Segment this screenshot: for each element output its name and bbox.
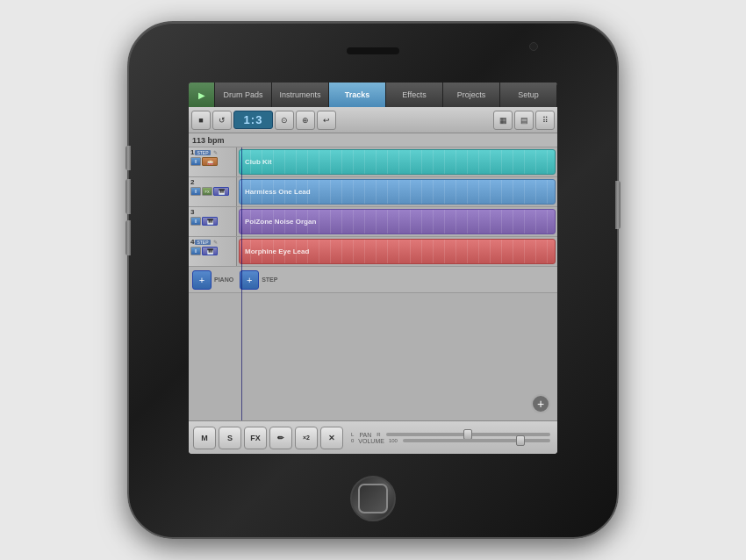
mute-button[interactable]: M (193, 427, 216, 449)
delete-button[interactable]: ✕ (320, 427, 343, 449)
tab-drum-pads[interactable]: Drum Pads (215, 83, 272, 107)
track-3-lane[interactable]: PoiZone Noise Organ (237, 207, 557, 236)
toolbar: ■ ↺ 1:3 ⊙ ⊕ ↩ ▦ (189, 107, 557, 133)
track-row: 4 STEP ✎ II 🎹 Morphine Eye Lead (189, 237, 557, 267)
phone-shell: ▶ Drum Pads Instruments Tracks Effects P… (127, 21, 619, 539)
tracks-area: 1 STEP ✎ II 🥁 Club Kit (189, 147, 557, 420)
nav-bar: ▶ Drum Pads Instruments Tracks Effects P… (189, 83, 557, 107)
fx-label: FX (250, 434, 261, 442)
zoom-button[interactable]: ⊕ (296, 111, 315, 130)
track-2-fx-btn[interactable]: FX (202, 187, 212, 196)
bpm-bar: 113 bpm (189, 133, 557, 147)
mute-button[interactable] (126, 146, 131, 170)
vol-max-label: 100 (389, 438, 398, 443)
bottom-toolbar: M S FX ✏ ×2 ✕ (189, 420, 557, 454)
track-2-name: Harmless One Lead (245, 188, 311, 196)
track-4-edit-icon: ✎ (213, 239, 218, 245)
vol-label: VOLUME (358, 438, 384, 444)
pan-volume-section: L PAN R 0 VOLUME 100 (351, 432, 553, 444)
tab-projects[interactable]: Projects (443, 83, 500, 107)
track-4-type: STEP (195, 240, 210, 245)
track-4-name: Morphine Eye Lead (245, 248, 309, 255)
vol-slider-track[interactable] (403, 439, 550, 442)
add-piano-button[interactable]: + (192, 270, 212, 290)
track-1-block: Club Kit (239, 149, 556, 175)
track-3-mute-btn[interactable]: II (190, 217, 201, 226)
tab-setup[interactable]: Setup (500, 83, 557, 107)
track-3-instrument-btn[interactable]: 🎹 (202, 217, 218, 226)
zoom-icon: ⊕ (302, 116, 309, 125)
track-3-number: 3 (190, 208, 194, 216)
track-row: 2 II FX 🎹 Harmless One Lead (189, 177, 557, 207)
track-1-name: Club Kit (245, 158, 272, 166)
track-2-mute-btn[interactable]: II (190, 187, 201, 196)
track-2-instrument-btn[interactable]: 🎹 (213, 187, 229, 196)
record-button[interactable]: ⊙ (275, 111, 294, 130)
speaker-top (347, 47, 399, 54)
stop-icon: ■ (198, 116, 203, 125)
track-2-lane[interactable]: Harmless One Lead (237, 177, 557, 206)
tab-instruments[interactable]: Instruments (272, 83, 329, 107)
track-1-mute-btn[interactable]: II (190, 157, 201, 166)
add-piano-icon: + (199, 275, 204, 285)
solo-label: S (227, 434, 233, 442)
track-2-number: 2 (190, 178, 194, 186)
track-4-controls: 4 STEP ✎ II 🎹 (189, 237, 237, 266)
screen-bezel: ▶ Drum Pads Instruments Tracks Effects P… (189, 83, 557, 454)
track-4-block: Morphine Eye Lead (239, 239, 556, 264)
app-ui: ▶ Drum Pads Instruments Tracks Effects P… (189, 83, 557, 454)
play-icon: ▶ (198, 90, 205, 100)
delete-icon: ✕ (328, 434, 335, 442)
add-step-button[interactable]: + (240, 270, 259, 290)
pencil-button[interactable]: ✏ (269, 427, 292, 449)
vol-up-button[interactable] (126, 179, 131, 214)
grid3-icon: ⠿ (542, 116, 549, 125)
add-step-icon: + (247, 275, 252, 285)
tab-tracks[interactable]: Tracks (329, 83, 386, 107)
track-4-lane[interactable]: Morphine Eye Lead (237, 237, 557, 266)
undo-button[interactable]: ↩ (317, 111, 336, 130)
home-button-inner (358, 484, 388, 513)
add-step-label: STEP (262, 276, 277, 283)
track-4-number: 4 (190, 238, 194, 246)
stop-button[interactable]: ■ (191, 111, 211, 130)
track-1-instrument-btn[interactable]: 🥁 (202, 157, 218, 166)
solo-button[interactable]: S (219, 427, 241, 449)
vol-min-label: 0 (351, 438, 354, 443)
grid1-icon: ▦ (499, 116, 507, 125)
track-row: 3 II 🎹 PoiZone Noise Organ (189, 207, 557, 237)
track-1-number: 1 (190, 148, 194, 156)
play-button[interactable]: ▶ (189, 83, 215, 107)
pan-left-label: L (351, 432, 354, 437)
track-1-lane[interactable]: Club Kit (237, 147, 557, 176)
clone-button[interactable]: ×2 (295, 427, 318, 449)
add-track-row: + PIANO + STEP (189, 267, 557, 293)
pan-slider-track[interactable] (386, 433, 550, 436)
tab-effects[interactable]: Effects (386, 83, 443, 107)
undo-icon: ↩ (323, 116, 330, 125)
grid3-button[interactable]: ⠿ (535, 111, 555, 130)
add-piano-label: PIANO (214, 276, 233, 283)
loop-icon: ↺ (219, 116, 226, 125)
loop-button[interactable]: ↺ (212, 111, 232, 130)
fx-button[interactable]: FX (244, 427, 267, 449)
vol-slider-thumb[interactable] (516, 435, 525, 446)
track-1-controls: 1 STEP ✎ II 🥁 (189, 147, 237, 176)
position-display: 1:3 (233, 111, 273, 129)
track-4-mute-btn[interactable]: II (190, 247, 201, 255)
track-3-block: PoiZone Noise Organ (239, 209, 556, 234)
grid1-button[interactable]: ▦ (493, 111, 513, 130)
grid2-icon: ▤ (520, 116, 528, 125)
grid2-button[interactable]: ▤ (514, 111, 534, 130)
home-button[interactable] (350, 476, 396, 521)
track-row: 1 STEP ✎ II 🥁 Club Kit (189, 147, 557, 177)
track-1-edit-icon: ✎ (213, 149, 218, 155)
track-3-name: PoiZone Noise Organ (245, 218, 316, 226)
add-track-circle-button[interactable]: + (531, 394, 550, 413)
track-4-instrument-btn[interactable]: 🎹 (202, 247, 218, 255)
record-icon: ⊙ (281, 116, 288, 125)
pan-label: PAN (356, 432, 374, 438)
clone-icon: ×2 (303, 434, 310, 441)
vol-down-button[interactable] (126, 220, 131, 255)
power-button[interactable] (615, 181, 620, 229)
